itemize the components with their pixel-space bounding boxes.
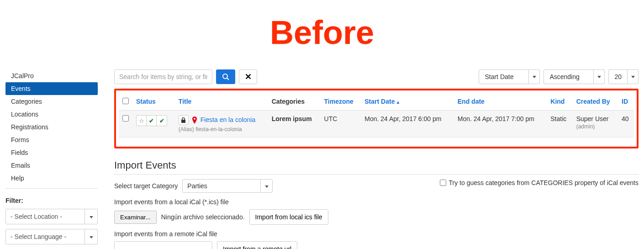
file-browse-button[interactable]: Examinar... (114, 211, 157, 224)
cell-timezone: UTC (321, 111, 361, 138)
lock-icon[interactable] (179, 115, 189, 125)
page-size-value: 20 (608, 69, 628, 84)
sidebar-item-emails[interactable]: Emails (5, 159, 98, 172)
star-icon[interactable]: ☆ (137, 116, 147, 126)
guess-categories-label: Try to guess categories from CATEGORIES … (449, 179, 639, 186)
event-title-link[interactable]: Fiesta en la colonia (201, 116, 256, 123)
import-heading: Import Events (114, 159, 639, 175)
cell-id: 40 (618, 111, 634, 138)
sidebar-item-locations[interactable]: Locations (5, 108, 98, 121)
filter-location[interactable]: - Select Location - (5, 209, 98, 224)
status-group[interactable]: ☆ ✔ ✔ (136, 115, 167, 126)
sidebar-item-jcalpro[interactable]: JCalPro (5, 69, 98, 82)
check-icon[interactable]: ✔ (157, 116, 167, 126)
target-category-label: Select target Category (114, 182, 178, 190)
col-kind[interactable]: Kind (547, 93, 572, 111)
col-created-by[interactable]: Created By (573, 93, 618, 111)
import-local-button[interactable]: Import from local ics file (249, 209, 328, 225)
cell-created-by: Super User (admin) (573, 111, 618, 138)
chevron-down-icon (628, 69, 639, 84)
check-icon[interactable]: ✔ (147, 116, 157, 126)
sidebar-item-forms[interactable]: Forms (5, 133, 98, 146)
sidebar-item-events[interactable]: Events (5, 82, 98, 95)
col-title[interactable]: Title (175, 93, 268, 111)
col-status[interactable]: Status (132, 93, 175, 111)
toolbar: ✕ Start Date Ascending 20 (114, 69, 639, 84)
col-categories: Categories (268, 93, 321, 111)
sort-asc-icon: ▲ (396, 100, 400, 105)
search-button[interactable] (216, 69, 235, 84)
filter-language-value: - Select Language - (5, 229, 85, 244)
target-category-value: Parties (183, 180, 260, 192)
col-start-date[interactable]: Start Date▲ (361, 93, 454, 111)
map-pin-icon (192, 117, 197, 124)
cell-end-date: Mon. 24 Apr, 2017 7:00 pm (454, 111, 547, 138)
chevron-down-icon (85, 209, 98, 224)
sidebar: JCalPro Events Categories Locations Regi… (5, 69, 98, 249)
import-remote-button[interactable]: Import from a remote url (217, 241, 297, 249)
cell-categories: Lorem ipsum (268, 111, 321, 138)
chevron-down-icon (529, 69, 540, 84)
remote-url-input[interactable] (114, 241, 212, 249)
local-import-heading: Import events from a local iCal (*.ics) … (114, 198, 639, 206)
table-row: ☆ ✔ ✔ Fiesta en la (119, 111, 634, 138)
main-content: ✕ Start Date Ascending 20 (114, 69, 639, 249)
chevron-down-icon (260, 180, 272, 192)
search-input[interactable] (114, 69, 212, 84)
filter-location-value: - Select Location - (5, 209, 85, 224)
svg-point-0 (223, 74, 227, 79)
guess-categories-checkbox[interactable] (440, 180, 446, 186)
page-size-select[interactable]: 20 (608, 69, 639, 84)
select-all-checkbox[interactable] (122, 98, 129, 104)
file-status: Ningún archivo seleccionado. (161, 213, 245, 221)
remote-import-heading: Import events from a remote iCal file (114, 230, 639, 238)
sort-field-value: Start Date (479, 69, 529, 84)
filter-language[interactable]: - Select Language - (5, 229, 98, 244)
close-icon: ✕ (245, 72, 252, 82)
sort-dir-value: Ascending (544, 69, 594, 84)
col-id[interactable]: ID (618, 93, 634, 111)
chevron-down-icon (85, 229, 98, 244)
search-icon (222, 73, 229, 80)
chevron-down-icon (594, 69, 605, 84)
event-alias: (Alias) fiesta-en-la-colonia (179, 126, 264, 132)
sidebar-item-categories[interactable]: Categories (5, 95, 98, 108)
events-table-wrap: Status Title Categories Timezone Start D… (114, 89, 639, 148)
cell-kind: Static (547, 111, 572, 138)
filter-heading: Filter: (5, 197, 98, 204)
sort-field-select[interactable]: Start Date (479, 69, 540, 84)
clear-search-button[interactable]: ✕ (239, 69, 257, 84)
cell-start-date: Mon. 24 Apr, 2017 6:00 pm (361, 111, 454, 138)
sidebar-item-fields[interactable]: Fields (5, 146, 98, 159)
col-end-date[interactable]: End date (454, 93, 547, 111)
page-title: Before (0, 14, 644, 51)
events-table: Status Title Categories Timezone Start D… (119, 93, 634, 138)
row-checkbox[interactable] (122, 115, 129, 122)
target-category-select[interactable]: Parties (182, 179, 273, 193)
sidebar-item-help[interactable]: Help (5, 172, 98, 185)
sidebar-nav: JCalPro Events Categories Locations Regi… (5, 69, 98, 189)
svg-line-1 (227, 78, 229, 80)
col-timezone[interactable]: Timezone (321, 93, 361, 111)
sidebar-item-registrations[interactable]: Registrations (5, 121, 98, 133)
sort-dir-select[interactable]: Ascending (544, 69, 605, 84)
